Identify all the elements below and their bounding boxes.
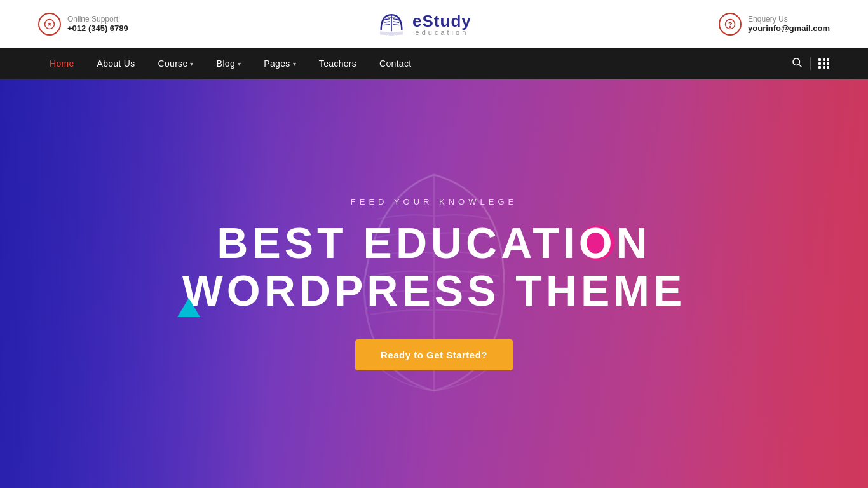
nav-item-pages[interactable]: Pages ▾	[252, 48, 308, 79]
nav-item-teachers[interactable]: Teachers	[308, 48, 368, 79]
search-icon[interactable]	[791, 57, 803, 71]
support-label: Online Support	[67, 15, 128, 24]
chevron-down-icon: ▾	[293, 60, 296, 67]
accent-triangle: W	[182, 267, 227, 315]
nav-links: Home About Us Course ▾ Blog ▾ Pages ▾ Te…	[38, 48, 423, 79]
cta-button[interactable]: Ready to Get Started?	[355, 339, 513, 370]
svg-line-11	[799, 64, 801, 67]
nav-item-contact[interactable]: Contact	[368, 48, 423, 79]
svg-point-10	[793, 58, 800, 65]
navbar: Home About Us Course ▾ Blog ▾ Pages ▾ Te…	[0, 48, 868, 79]
logo[interactable]: eStudy education	[376, 10, 471, 38]
top-bar-enquiry: Enquery Us yourinfo@gmail.com	[719, 13, 830, 36]
nav-link-pages[interactable]: Pages ▾	[252, 48, 308, 79]
logo-icon	[376, 10, 407, 38]
svg-line-4	[384, 25, 390, 25]
svg-line-6	[393, 22, 400, 23]
chevron-down-icon: ▾	[190, 60, 193, 67]
enquiry-email: yourinfo@gmail.com	[748, 24, 830, 33]
nav-link-contact[interactable]: Contact	[368, 48, 423, 79]
nav-link-teachers[interactable]: Teachers	[308, 48, 368, 79]
support-phone: +012 (345) 6789	[67, 24, 128, 33]
nav-link-about[interactable]: About Us	[86, 48, 147, 79]
svg-line-5	[393, 19, 400, 20]
logo-sub: education	[412, 29, 471, 36]
hero-title-line2: WORDPRESS THEME	[182, 267, 686, 315]
nav-link-home[interactable]: Home	[38, 48, 86, 79]
top-bar-support-text: Online Support +012 (345) 6789	[67, 15, 128, 33]
svg-point-9	[729, 26, 731, 27]
nav-actions	[791, 57, 830, 71]
hero-title-line1: BEST EDUCATION	[217, 219, 651, 267]
logo-name: eStudy	[412, 11, 471, 30]
enquiry-label: Enquery Us	[748, 15, 830, 24]
top-bar: Online Support +012 (345) 6789 eStudy ed…	[0, 0, 868, 48]
nav-item-about[interactable]: About Us	[86, 48, 147, 79]
nav-item-home[interactable]: Home	[38, 48, 86, 79]
chevron-down-icon: ▾	[238, 60, 241, 67]
hero-content: FEED YOUR KNOWLEGE BEST EDUCATION WORDPR…	[0, 79, 868, 488]
nav-divider	[810, 57, 811, 70]
svg-line-2	[384, 19, 390, 20]
nav-link-course[interactable]: Course ▾	[147, 48, 205, 79]
nav-link-blog[interactable]: Blog ▾	[205, 48, 253, 79]
hero-subtitle: FEED YOUR KNOWLEGE	[351, 197, 517, 207]
accent-o: O	[579, 219, 616, 267]
nav-item-blog[interactable]: Blog ▾	[205, 48, 253, 79]
svg-line-7	[393, 25, 400, 25]
hero-section: FEED YOUR KNOWLEGE BEST EDUCATION WORDPR…	[0, 79, 868, 488]
nav-item-course[interactable]: Course ▾	[147, 48, 205, 79]
svg-line-3	[384, 22, 390, 23]
top-bar-support: Online Support +012 (345) 6789	[38, 13, 128, 36]
grid-icon[interactable]	[818, 58, 830, 69]
phone-icon	[38, 13, 61, 36]
top-bar-enquiry-text: Enquery Us yourinfo@gmail.com	[748, 15, 830, 33]
enquiry-icon	[719, 13, 742, 36]
